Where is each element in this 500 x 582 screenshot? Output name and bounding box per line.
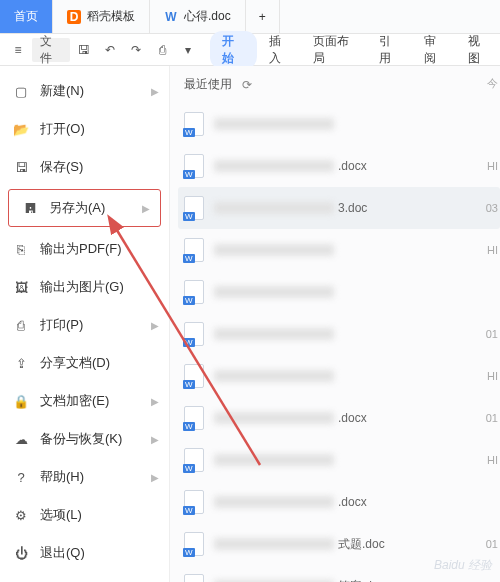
recent-file-row[interactable]: HI bbox=[184, 355, 500, 397]
ribbon-insert[interactable]: 插入 bbox=[259, 33, 301, 67]
file-ext: 3.doc bbox=[338, 201, 367, 215]
menu-toggle-button[interactable]: ≡ bbox=[6, 38, 30, 62]
tab-home-label: 首页 bbox=[14, 8, 38, 25]
word-file-icon bbox=[184, 196, 204, 220]
menu-open[interactable]: 📂 打开(O) bbox=[0, 110, 169, 148]
file-name bbox=[214, 244, 334, 256]
blurred-text bbox=[214, 496, 334, 508]
blurred-text bbox=[214, 118, 334, 130]
menu-save-as-label: 另存为(A) bbox=[49, 199, 105, 217]
recent-file-row[interactable]: 01 bbox=[184, 313, 500, 355]
file-name: 答案.docx bbox=[214, 578, 391, 583]
menu-save-label: 保存(S) bbox=[40, 158, 83, 176]
file-ext: 答案.docx bbox=[338, 578, 391, 583]
recent-file-row[interactable] bbox=[184, 103, 500, 145]
word-file-icon bbox=[184, 154, 204, 178]
print-icon: ⎙ bbox=[159, 43, 166, 57]
recent-header-label: 最近使用 bbox=[184, 76, 232, 93]
tab-new-button[interactable]: + bbox=[246, 0, 280, 33]
menu-save[interactable]: 🖫 保存(S) bbox=[0, 148, 169, 186]
gear-icon: ⚙ bbox=[12, 506, 30, 524]
word-file-icon bbox=[184, 280, 204, 304]
menu-options[interactable]: ⚙ 选项(L) bbox=[0, 496, 169, 534]
file-name: .docx bbox=[214, 411, 367, 425]
file-name bbox=[214, 454, 334, 466]
recent-file-row[interactable]: .docxHI bbox=[184, 145, 500, 187]
chevron-right-icon: ▶ bbox=[151, 434, 159, 445]
tab-templates[interactable]: D 稻壳模板 bbox=[53, 0, 150, 33]
menu-backup[interactable]: ☁ 备份与恢复(K) ▶ bbox=[0, 420, 169, 458]
recent-file-row[interactable]: .docx01 bbox=[184, 397, 500, 439]
save-icon: 🖫 bbox=[78, 43, 90, 57]
help-icon: ? bbox=[12, 468, 30, 486]
menu-exit-label: 退出(Q) bbox=[40, 544, 85, 562]
plus-icon: + bbox=[259, 10, 266, 24]
menu-open-label: 打开(O) bbox=[40, 120, 85, 138]
pdf-icon: ⎘ bbox=[12, 240, 30, 258]
recent-file-row[interactable]: .docx bbox=[184, 481, 500, 523]
menu-print[interactable]: ⎙ 打印(P) ▶ bbox=[0, 306, 169, 344]
menu-share-label: 分享文档(D) bbox=[40, 354, 110, 372]
preview-button[interactable]: ▾ bbox=[176, 38, 200, 62]
blurred-text bbox=[214, 454, 334, 466]
menu-exit[interactable]: ⏻ 退出(Q) bbox=[0, 534, 169, 572]
recent-file-row[interactable]: HI bbox=[184, 229, 500, 271]
recent-file-row[interactable] bbox=[184, 271, 500, 313]
ribbon-reference[interactable]: 引用 bbox=[369, 33, 411, 67]
redo-icon: ↷ bbox=[131, 43, 141, 57]
menu-new[interactable]: ▢ 新建(N) ▶ bbox=[0, 72, 169, 110]
save-icon: 🖫 bbox=[12, 158, 30, 176]
word-file-icon bbox=[184, 238, 204, 262]
ribbon-review[interactable]: 审阅 bbox=[414, 33, 456, 67]
word-file-icon bbox=[184, 532, 204, 556]
file-meta: 03 bbox=[486, 202, 498, 214]
file-label: 文件 bbox=[40, 33, 62, 67]
file-name bbox=[214, 286, 334, 298]
ribbon-page-layout[interactable]: 页面布局 bbox=[303, 33, 368, 67]
word-file-icon bbox=[184, 364, 204, 388]
file-name: .docx bbox=[214, 495, 367, 509]
file-meta: 01 bbox=[486, 328, 498, 340]
menu-save-as[interactable]: 🖪 另存为(A) ▶ bbox=[8, 189, 161, 227]
blurred-text bbox=[214, 202, 334, 214]
file-meta: 01 bbox=[486, 412, 498, 424]
image-icon: 🖼 bbox=[12, 278, 30, 296]
recent-file-row[interactable]: HI bbox=[184, 439, 500, 481]
menu-help[interactable]: ? 帮助(H) ▶ bbox=[0, 458, 169, 496]
undo-button[interactable]: ↶ bbox=[98, 38, 122, 62]
menu-encrypt[interactable]: 🔒 文档加密(E) ▶ bbox=[0, 382, 169, 420]
tab-home[interactable]: 首页 bbox=[0, 0, 53, 33]
blurred-text bbox=[214, 328, 334, 340]
chevron-right-icon: ▶ bbox=[151, 320, 159, 331]
menu-share[interactable]: ⇪ 分享文档(D) bbox=[0, 344, 169, 382]
ribbon-view[interactable]: 视图 bbox=[458, 33, 500, 67]
chevron-right-icon: ▶ bbox=[151, 86, 159, 97]
menu-encrypt-label: 文档加密(E) bbox=[40, 392, 109, 410]
tab-document[interactable]: W 心得.doc bbox=[150, 0, 246, 33]
word-doc-icon: W bbox=[164, 10, 178, 24]
file-ext: 式题.doc bbox=[338, 536, 385, 553]
share-icon: ⇪ bbox=[12, 354, 30, 372]
file-menu-button[interactable]: 文件 bbox=[32, 38, 70, 62]
word-file-icon bbox=[184, 574, 204, 582]
tab-document-label: 心得.doc bbox=[184, 8, 231, 25]
exit-icon: ⏻ bbox=[12, 544, 30, 562]
preview-icon: ▾ bbox=[185, 43, 191, 57]
recent-file-row[interactable]: 3.doc03 bbox=[178, 187, 500, 229]
print-icon: ⎙ bbox=[12, 316, 30, 334]
file-meta: 01 bbox=[486, 538, 498, 550]
menu-export-image[interactable]: 🖼 输出为图片(G) bbox=[0, 268, 169, 306]
refresh-icon[interactable]: ⟳ bbox=[242, 78, 252, 92]
menu-export-pdf[interactable]: ⎘ 输出为PDF(F) bbox=[0, 230, 169, 268]
file-meta: HI bbox=[487, 454, 498, 466]
redo-button[interactable]: ↷ bbox=[124, 38, 148, 62]
save-button[interactable]: 🖫 bbox=[72, 38, 96, 62]
lock-icon: 🔒 bbox=[12, 392, 30, 410]
date-group-label: 今 bbox=[487, 76, 498, 91]
file-meta: HI bbox=[487, 160, 498, 172]
print-button[interactable]: ⎙ bbox=[150, 38, 174, 62]
new-icon: ▢ bbox=[12, 82, 30, 100]
ribbon-start[interactable]: 开始 bbox=[210, 31, 256, 69]
blurred-text bbox=[214, 538, 334, 550]
file-name: .docx bbox=[214, 159, 367, 173]
